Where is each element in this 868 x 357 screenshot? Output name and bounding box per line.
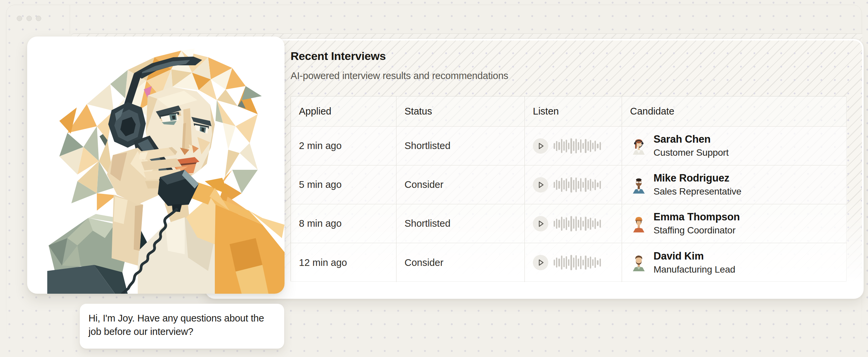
candidate-role: Staffing Coordinator [653,225,740,236]
candidate-role: Customer Support [653,148,728,158]
column-header-listen: Listen [525,96,622,127]
play-button[interactable] [533,138,548,154]
desktop-background: Recent Interviews AI-powered interview r… [0,0,868,357]
page-subtitle: AI-powered interview results and recomme… [290,70,508,82]
play-icon [533,138,548,154]
mouthpiece [158,170,199,212]
window-control-dot-3[interactable] [36,16,41,21]
candidate-name: David Kim [653,251,735,262]
candidate-name: Mike Rodriguez [653,172,741,184]
status-cell: Consider [396,165,525,204]
play-button[interactable] [533,177,548,193]
play-button[interactable] [533,216,548,231]
sidebar-divider [70,5,70,34]
candidate-name: Emma Thompson [653,211,740,223]
avatar-sarah-chen [630,137,648,155]
column-header-candidate: Candidate [622,96,847,127]
candidate-cell: Sarah Chen Customer Support [622,127,847,165]
listen-cell [525,127,622,165]
interviews-table: Applied Status Listen Candidate 2 min ag… [290,96,846,282]
listen-cell [525,243,622,282]
window-control-dot-2[interactable] [27,16,32,21]
candidate-cell: David Kim Manufacturing Lead [622,243,847,282]
window-control-dot-1[interactable] [17,16,22,21]
applied-cell: 8 min ago [291,204,396,243]
page-title: Recent Interviews [290,50,386,63]
avatar-emma-thompson [630,215,648,232]
avatar-mike-rodriguez [630,176,648,194]
candidate-role: Manufacturing Lead [653,264,735,275]
candidate-role: Sales Representative [653,186,741,197]
candidate-cell: Emma Thompson Staffing Coordinator [622,204,847,243]
applied-cell: 2 min ago [291,127,396,165]
forearm [112,195,143,266]
candidate-cell: Mike Rodriguez Sales Representative [622,165,847,204]
status-cell: Consider [396,243,525,282]
column-header-status: Status [396,96,525,127]
listen-cell [525,165,622,204]
play-icon [533,255,548,270]
listen-cell [525,204,622,243]
audio-waveform[interactable] [554,254,602,271]
agent-avatar-card [27,36,284,294]
applied-cell: 5 min ago [291,165,396,204]
status-cell: Shortlisted [396,127,525,165]
applied-cell: 12 min ago [291,243,396,282]
play-button[interactable] [533,255,548,270]
play-icon [533,177,548,193]
status-cell: Shortlisted [396,204,525,243]
audio-waveform[interactable] [554,176,602,193]
audio-waveform[interactable] [554,215,602,232]
candidate-name: Sarah Chen [653,134,728,145]
audio-waveform[interactable] [554,138,602,154]
chat-bubble: Hi, I'm Joy. Have any questions about th… [80,304,284,349]
avatar-david-kim [630,254,648,271]
chat-message: Hi, I'm Joy. Have any questions about th… [89,313,264,337]
joy-illustration [27,36,284,294]
play-icon [533,216,548,231]
column-header-applied: Applied [291,96,396,127]
